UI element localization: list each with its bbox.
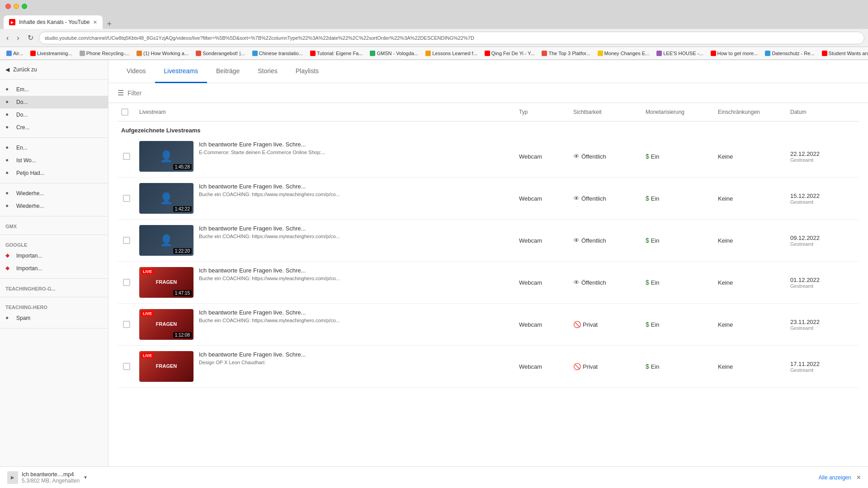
sidebar-item-wiederhe1[interactable]: ● Wiederhe...: [0, 187, 108, 200]
header-datum: Datum: [787, 107, 859, 117]
video-desc-3: Buche ein COACHING: https://www.myteachi…: [199, 234, 512, 239]
tab-livestreams[interactable]: Livestreams: [155, 60, 207, 83]
sidebar-item-importan2[interactable]: ◆ Importan...: [0, 262, 108, 275]
sidebar-item-spam[interactable]: ● Spam: [0, 312, 108, 324]
live-badge-4: LIVE: [141, 269, 154, 274]
checkbox-3[interactable]: [123, 237, 130, 244]
bookmark-item[interactable]: Datenschutz - Re...: [762, 50, 817, 57]
date-main-2: 15.12.2022: [790, 192, 855, 199]
sidebar-label: Cre...: [16, 124, 29, 131]
row-checkbox-6[interactable]: [118, 363, 136, 370]
sidebar-item-petjo[interactable]: ● Petjo Had...: [0, 167, 108, 179]
thumbnail-3[interactable]: 1:22:20: [139, 225, 193, 256]
duration-2: 1:42:22: [173, 206, 192, 212]
sidebar-icon: ●: [5, 202, 13, 210]
thumbnail-label-5: FRAGEN: [156, 321, 177, 327]
thumbnail-6[interactable]: FRAGEN LIVE: [139, 351, 193, 382]
eye-icon-3: 👁: [573, 237, 580, 244]
bookmark-item[interactable]: Sonderangebot! |...: [193, 50, 247, 57]
row-checkbox-5[interactable]: [118, 321, 136, 328]
tab-stories[interactable]: Stories: [249, 60, 287, 83]
select-all-checkbox[interactable]: [121, 108, 128, 116]
video-desc-4: Buche ein COACHING: https://www.myteachi…: [199, 276, 512, 281]
monetize-label-2: Ein: [651, 195, 660, 202]
tab-playlists[interactable]: Playlists: [287, 60, 328, 83]
sidebar-item-do2[interactable]: ● Do...: [0, 108, 108, 121]
visibility-5: 🚫 Privat: [570, 319, 642, 330]
checkbox-5[interactable]: [123, 321, 130, 328]
bookmark-item[interactable]: Livestreaming...: [28, 50, 75, 57]
sidebar-icon: ●: [5, 169, 13, 177]
eye-icon-4: 👁: [573, 279, 580, 286]
thumbnail-1[interactable]: 1:45:28: [139, 141, 193, 172]
sidebar-back-button[interactable]: ◀ Zurück zu: [0, 64, 108, 75]
checkbox-2[interactable]: [123, 195, 130, 202]
table-container: Livestream Typ Sichtbarkeit Monetarisier…: [108, 103, 868, 388]
typ-6: Webcam: [515, 361, 570, 372]
bookmark-item[interactable]: Phone Recycling-...: [77, 50, 132, 57]
bookmark-item[interactable]: GMSN - Vologda...: [367, 50, 421, 57]
checkbox-6[interactable]: [123, 363, 130, 370]
sidebar-item-ist[interactable]: ● Ist Wo...: [0, 154, 108, 167]
sidebar-item-do1[interactable]: ● Do...: [0, 96, 108, 108]
date-sub-1: Gestreamt: [790, 157, 855, 163]
sidebar-item-em[interactable]: ● Em...: [0, 83, 108, 96]
row-checkbox-4[interactable]: [118, 279, 136, 286]
close-button[interactable]: [5, 4, 11, 9]
bookmark-item[interactable]: The Top 3 Platfor...: [539, 50, 593, 57]
forward-button[interactable]: ›: [14, 32, 22, 44]
thumbnail-label-6: FRAGEN: [156, 363, 177, 369]
sidebar: ◀ Zurück zu ● Em... ● Do... ● Do... ● Cr…: [0, 60, 108, 488]
download-chevron-icon[interactable]: ▼: [83, 475, 88, 480]
page-container: ◀ Zurück zu ● Em... ● Do... ● Do... ● Cr…: [0, 60, 868, 488]
sidebar-item-cre[interactable]: ● Cre...: [0, 121, 108, 134]
date-sub-2: Gestreamt: [790, 199, 855, 205]
sidebar-item-wiederhe2[interactable]: ● Wiederhe...: [0, 200, 108, 212]
checkbox-4[interactable]: [123, 279, 130, 286]
visibility-6: 🚫 Privat: [570, 361, 642, 372]
filter-input[interactable]: [127, 89, 859, 97]
tab-videos[interactable]: Videos: [118, 60, 155, 83]
monetize-2: $ Ein: [642, 193, 714, 204]
bookmark-icon: [30, 51, 36, 56]
bookmark-item[interactable]: Tutorial: Eigene Fa...: [307, 50, 366, 57]
date-1: 22.12.2022 Gestreamt: [787, 149, 859, 164]
new-tab-button[interactable]: +: [104, 19, 115, 29]
date-sub-6: Gestreamt: [790, 367, 855, 373]
reload-button[interactable]: ↻: [25, 32, 36, 44]
browser-tab-active[interactable]: ▶ Inhalte des Kanals - YouTube ×: [4, 15, 103, 29]
bookmark-item[interactable]: Money Changes E...: [595, 50, 652, 57]
address-bar[interactable]: studio.youtube.com/channel/UCw8tq5Kbtx48…: [39, 32, 864, 44]
bookmark-icon: [80, 51, 85, 56]
date-main-6: 17.11.2022: [790, 361, 855, 367]
bookmark-item[interactable]: Chinese translatio...: [250, 50, 306, 57]
checkbox-1[interactable]: [123, 153, 130, 160]
bookmark-item[interactable]: LEE'S HOUSE -...: [654, 50, 706, 57]
row-checkbox-1[interactable]: [118, 153, 136, 160]
bookmark-item[interactable]: Qing Fei De Yi - Y...: [482, 50, 538, 57]
bookmark-item[interactable]: Air...: [4, 50, 26, 57]
thumbnail-2[interactable]: 1:42:22: [139, 183, 193, 214]
minimize-button[interactable]: [14, 4, 19, 9]
sidebar-item-importan1[interactable]: ◆ Importan...: [0, 249, 108, 262]
bookmark-item[interactable]: Lessons Learned f...: [423, 50, 480, 57]
close-download-bar-button[interactable]: ×: [857, 474, 861, 482]
back-button[interactable]: ‹: [4, 32, 11, 44]
visibility-label-2: Öffentlich: [581, 195, 606, 202]
bookmark-item[interactable]: (1) How Working a...: [134, 50, 191, 57]
sidebar-item-en[interactable]: ● En...: [0, 141, 108, 154]
tab-beitraege[interactable]: Beiträge: [207, 60, 249, 83]
thumbnail-5[interactable]: FRAGEN LIVE 1:12:08: [139, 309, 193, 340]
row-checkbox-2[interactable]: [118, 195, 136, 202]
show-all-downloads-button[interactable]: Alle anzeigen: [819, 474, 851, 481]
sidebar-label: Wiederhe...: [16, 190, 44, 197]
table-row: FRAGEN LIVE 1:47:15 Ich beantworte Eure …: [118, 262, 859, 304]
bookmark-item[interactable]: Student Wants an...: [819, 50, 868, 57]
bookmark-item[interactable]: How to get more...: [708, 50, 761, 57]
tab-close-button[interactable]: ×: [93, 19, 97, 26]
maximize-button[interactable]: [22, 4, 27, 9]
video-title-2: Ich beantworte Eure Fragen live. Schre..…: [199, 183, 512, 190]
thumbnail-4[interactable]: FRAGEN LIVE 1:47:15: [139, 267, 193, 298]
sidebar-section-teaching-hero: Teaching-Hero ● Spam: [0, 297, 108, 328]
row-checkbox-3[interactable]: [118, 237, 136, 244]
